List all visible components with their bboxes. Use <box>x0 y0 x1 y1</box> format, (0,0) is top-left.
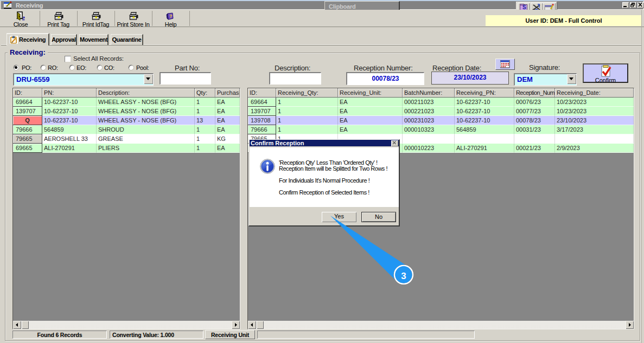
svg-text:3: 3 <box>401 271 406 281</box>
